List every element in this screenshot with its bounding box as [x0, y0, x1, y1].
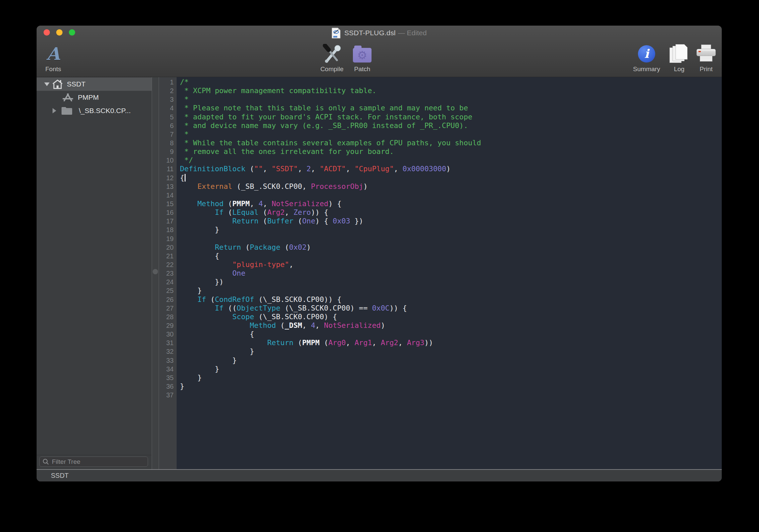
- print-toolbar-button[interactable]: Print: [681, 44, 722, 73]
- code-token: [180, 338, 267, 347]
- line-number: 31: [159, 338, 174, 347]
- code-token: ,: [372, 338, 380, 347]
- code-token: {: [180, 174, 184, 182]
- code-line[interactable]: * adapted to fit your board's ACPI stack…: [180, 113, 722, 121]
- code-line[interactable]: [180, 234, 722, 243]
- code-line[interactable]: If (CondRefOf (\_SB.SCK0.CP00)) {: [180, 295, 722, 304]
- code-line[interactable]: * XCPM power management compatibility ta…: [180, 86, 722, 95]
- code-line[interactable]: Method (PMPM, 4, NotSerialized) {: [180, 200, 722, 208]
- code-line[interactable]: */: [180, 156, 722, 165]
- code-token: }): [350, 217, 363, 225]
- line-number: 9: [159, 147, 174, 156]
- line-number: 21: [159, 252, 174, 260]
- code-line[interactable]: Return (Package (0x02): [180, 243, 722, 252]
- filter-tree-input[interactable]: [52, 458, 145, 466]
- code-line[interactable]: * remove all the ones irrelevant for you…: [180, 147, 722, 156]
- code-lines[interactable]: /* * XCPM power management compatibility…: [177, 77, 722, 469]
- code-token: [180, 304, 215, 312]
- code-token: 4: [311, 321, 315, 330]
- code-line[interactable]: }: [180, 356, 722, 365]
- code-line[interactable]: }: [180, 382, 722, 391]
- code-token: ,: [285, 208, 293, 216]
- disclosure-closed-icon[interactable]: [53, 108, 56, 113]
- code-token: (: [224, 200, 232, 208]
- code-line[interactable]: "plugin-type",: [180, 260, 722, 269]
- code-token: [180, 313, 232, 321]
- code-token: "CpuPlug": [355, 165, 394, 173]
- house-icon: [52, 79, 64, 89]
- code-line[interactable]: }: [180, 225, 722, 234]
- line-number: 24: [159, 278, 174, 286]
- code-token: }: [180, 382, 184, 390]
- line-number: 12: [159, 174, 174, 182]
- line-number: 32: [159, 347, 174, 356]
- code-token: _DSM: [285, 321, 302, 330]
- tree-item-ssdt[interactable]: SSDT: [37, 77, 152, 91]
- code-line[interactable]: [180, 391, 722, 399]
- code-token: Buffer: [267, 217, 293, 225]
- code-line[interactable]: * and device name may vary (e.g. _SB_.PR…: [180, 121, 722, 130]
- code-line[interactable]: [180, 191, 722, 200]
- tree-item-label: SSDT: [67, 80, 85, 88]
- text-caret: [185, 174, 186, 182]
- tree-item-pmpm[interactable]: PMPM: [37, 91, 152, 104]
- code-line[interactable]: {: [180, 252, 722, 260]
- code-token: ,: [298, 165, 306, 173]
- code-token: One: [302, 217, 315, 225]
- code-token: (: [258, 208, 267, 216]
- code-line[interactable]: {: [180, 330, 722, 338]
- code-line[interactable]: External (_SB_.SCK0.CP00, ProcessorObj): [180, 182, 722, 191]
- app-window: SSDT-PLUG.dsl— Edited A Fonts Comp: [37, 26, 722, 481]
- code-token: [180, 208, 215, 216]
- code-line[interactable]: If ((ObjectType (\_SB.SCK0.CP00) == 0x0C…: [180, 304, 722, 313]
- code-line[interactable]: Method (_DSM, 4, NotSerialized): [180, 321, 722, 330]
- sidebar-splitter[interactable]: [152, 77, 159, 469]
- fonts-toolbar-button[interactable]: A Fonts: [37, 44, 78, 73]
- code-token: }: [180, 286, 202, 295]
- code-line[interactable]: Scope (\_SB.SCK0.CP00) {: [180, 313, 722, 321]
- code-line[interactable]: }: [180, 365, 722, 373]
- window-header: SSDT-PLUG.dsl— Edited A Fonts Comp: [37, 26, 722, 77]
- code-line[interactable]: Return (Buffer (One) { 0x03 }): [180, 217, 722, 225]
- tree-item-sb-sck0[interactable]: \_SB.SCK0.CP...: [37, 104, 152, 117]
- code-token: [180, 200, 198, 208]
- code-line[interactable]: If (LEqual (Arg2, Zero)) {: [180, 208, 722, 217]
- code-line[interactable]: One: [180, 269, 722, 278]
- code-line[interactable]: *: [180, 95, 722, 104]
- code-line[interactable]: {: [180, 174, 722, 182]
- line-number: 28: [159, 313, 174, 321]
- code-line[interactable]: * While the table contains several examp…: [180, 139, 722, 147]
- status-bar: SSDT: [37, 469, 722, 481]
- disclosure-open-icon[interactable]: [44, 82, 50, 86]
- code-token: [180, 182, 198, 191]
- code-line[interactable]: DefinitionBlock ("", "SSDT", 2, "ACDT", …: [180, 165, 722, 173]
- code-line[interactable]: }: [180, 373, 722, 382]
- code-token: ,: [346, 165, 355, 173]
- main-content: SSDT PMPM \_SB.SCK0.CP..: [37, 77, 722, 469]
- code-token: }): [180, 278, 224, 286]
- code-line[interactable]: *: [180, 130, 722, 139]
- code-editor[interactable]: 1234567891011121314151617181920212223242…: [159, 77, 722, 469]
- code-line[interactable]: }: [180, 347, 722, 356]
- line-number: 25: [159, 286, 174, 295]
- patch-toolbar-button[interactable]: ⚙ Patch: [337, 44, 387, 73]
- line-number: 30: [159, 330, 174, 338]
- code-token: ) {: [328, 200, 341, 208]
- code-token: ObjectType: [237, 304, 280, 312]
- code-line[interactable]: }: [180, 286, 722, 295]
- code-token: [180, 295, 198, 304]
- splitter-handle-dot[interactable]: [153, 269, 158, 274]
- code-token: 0x03: [333, 217, 350, 225]
- code-line[interactable]: /*: [180, 78, 722, 86]
- code-token: (\_SB.SCK0.CP00)) {: [254, 295, 341, 304]
- code-line[interactable]: Return (PMPM (Arg0, Arg1, Arg2, Arg3)): [180, 338, 722, 347]
- code-token: Method: [250, 321, 276, 330]
- code-token: }: [180, 225, 219, 234]
- line-number: 1: [159, 78, 174, 86]
- gear-icon: ⚙: [357, 50, 367, 61]
- code-line[interactable]: * Please note that this table is only a …: [180, 104, 722, 112]
- code-token: Arg2: [267, 208, 285, 216]
- code-line[interactable]: }): [180, 278, 722, 286]
- code-token: (: [206, 295, 215, 304]
- line-number: 16: [159, 208, 174, 217]
